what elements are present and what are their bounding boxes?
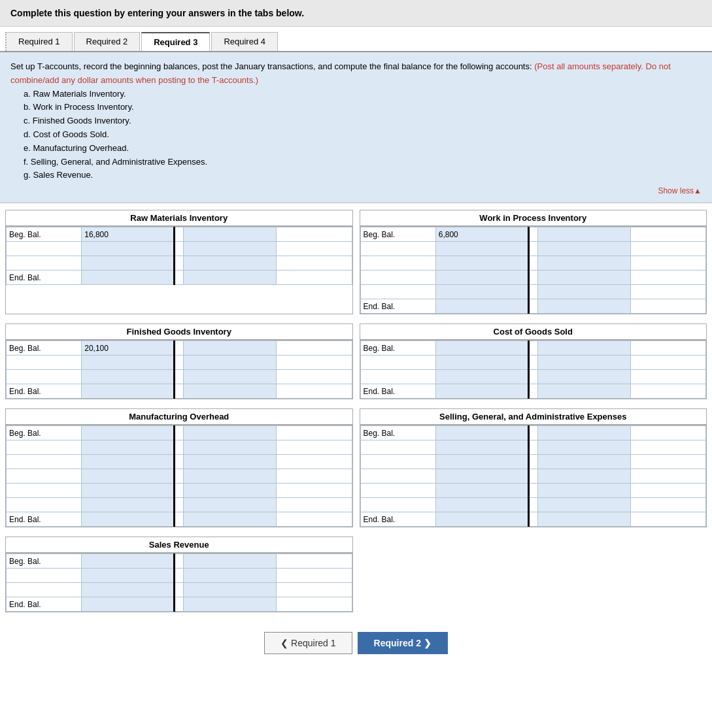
manufacturing-overhead-table: Beg. Bal.: [6, 425, 352, 527]
empty-right-space: [360, 537, 707, 615]
prev-button[interactable]: ❮ Required 1: [264, 632, 352, 654]
end-bal-label: End. Bal.: [7, 512, 82, 527]
beg-bal-label: Beg. Bal.: [360, 426, 435, 440]
table-row: [360, 271, 706, 285]
instructions-list: a. Raw Materials Inventory. b. Work in P…: [24, 88, 702, 183]
sg-and-a-account: Selling, General, and Administrative Exp…: [360, 408, 707, 527]
table-row: [360, 469, 706, 484]
tab-required3[interactable]: Required 3: [141, 32, 210, 51]
end-bal-label: End. Bal.: [360, 384, 435, 399]
beg-bal-credit[interactable]: [184, 227, 277, 242]
table-row: End. Bal.: [7, 271, 352, 285]
table-row: [7, 242, 352, 256]
finished-goods-title: Finished Goods Inventory: [6, 324, 352, 340]
table-row: Beg. Bal. 6,800: [360, 227, 706, 242]
beg-bal-label: Beg. Bal.: [7, 341, 82, 356]
finished-goods-account: Finished Goods Inventory Beg. Bal. 20,10…: [5, 323, 353, 399]
raw-materials-account: Raw Materials Inventory Beg. Bal. 16,800: [5, 210, 353, 314]
table-row: Beg. Bal.: [7, 426, 352, 440]
sales-revenue-table: Beg. Bal.: [6, 554, 352, 612]
sg-and-a-title: Selling, General, and Administrative Exp…: [360, 409, 707, 425]
beg-bal-right-label: [277, 227, 352, 242]
show-less-button[interactable]: Show less▲: [10, 185, 702, 197]
beg-bal-label: Beg. Bal.: [360, 341, 435, 356]
table-row: Beg. Bal.: [360, 426, 706, 440]
table-row: [7, 455, 352, 469]
work-in-process-title: Work in Process Inventory: [360, 210, 707, 227]
table-row: End. Bal.: [360, 299, 706, 314]
cost-of-goods-table: Beg. Bal.: [360, 340, 707, 399]
tab-required1[interactable]: Required 1: [5, 32, 73, 51]
table-row: [7, 256, 352, 271]
cost-of-goods-account: Cost of Goods Sold Beg. Bal.: [360, 323, 707, 399]
sales-revenue-title: Sales Revenue: [6, 537, 352, 554]
raw-materials-table: Beg. Bal. 16,800: [6, 227, 352, 285]
work-in-process-account: Work in Process Inventory Beg. Bal. 6,80…: [360, 210, 707, 314]
table-row: [360, 440, 706, 455]
table-row: [7, 569, 352, 583]
table-row: [7, 370, 352, 384]
cost-of-goods-title: Cost of Goods Sold: [360, 324, 707, 340]
instruction-text: Complete this question by entering your …: [10, 8, 304, 18]
tab-required2[interactable]: Required 2: [74, 32, 141, 51]
table-row: [360, 356, 706, 370]
table-row: [360, 498, 706, 512]
sg-and-a-table: Beg. Bal.: [360, 425, 707, 527]
instructions-box: Set up T-accounts, record the beginning …: [0, 52, 712, 203]
table-row: [7, 498, 352, 512]
beg-bal-debit[interactable]: 16,800: [82, 227, 175, 242]
beg-bal-label: Beg. Bal.: [360, 227, 435, 242]
table-row: [360, 256, 706, 271]
end-bal-debit[interactable]: [82, 271, 175, 285]
nav-buttons: ❮ Required 1 Required 2 ❯: [0, 624, 712, 662]
raw-materials-title: Raw Materials Inventory: [6, 210, 352, 227]
table-row: [7, 583, 352, 597]
table-row: [7, 484, 352, 498]
table-row: [7, 469, 352, 484]
beg-bal-label: Beg. Bal.: [7, 426, 82, 440]
table-row: [7, 356, 352, 370]
table-row: End. Bal.: [360, 512, 706, 527]
finished-goods-table: Beg. Bal. 20,100: [6, 340, 352, 399]
table-row: [7, 440, 352, 455]
work-in-process-table: Beg. Bal. 6,800: [360, 227, 707, 314]
end-bal-label: End. Bal.: [7, 597, 82, 612]
next-button[interactable]: Required 2 ❯: [358, 632, 448, 654]
t-divider: [175, 227, 184, 242]
end-bal-label: End. Bal.: [7, 271, 82, 285]
end-bal-label: End. Bal.: [7, 384, 82, 399]
beg-bal-debit[interactable]: 6,800: [435, 227, 528, 242]
manufacturing-overhead-title: Manufacturing Overhead: [6, 409, 352, 425]
table-row: End. Bal.: [360, 384, 706, 399]
beg-bal-label: Beg. Bal.: [7, 554, 82, 569]
beg-bal-label: Beg. Bal.: [7, 227, 82, 242]
table-row: Beg. Bal.: [360, 341, 706, 356]
end-bal-label: End. Bal.: [360, 299, 435, 314]
table-row: [360, 285, 706, 299]
table-row: [360, 455, 706, 469]
manufacturing-overhead-account: Manufacturing Overhead Beg. Bal.: [5, 408, 353, 527]
table-row: Beg. Bal. 16,800: [7, 227, 352, 242]
table-row: Beg. Bal. 20,100: [7, 341, 352, 356]
table-row: End. Bal.: [7, 597, 352, 612]
tabs-bar: Required 1 Required 2 Required 3 Require…: [0, 27, 712, 52]
table-row: [360, 370, 706, 384]
table-row: [360, 484, 706, 498]
main-content: Raw Materials Inventory Beg. Bal. 16,800: [0, 203, 712, 624]
table-row: End. Bal.: [7, 512, 352, 527]
tab-required4[interactable]: Required 4: [211, 32, 278, 51]
end-bal-label: End. Bal.: [360, 512, 435, 527]
table-row: End. Bal.: [7, 384, 352, 399]
sales-revenue-account: Sales Revenue Beg. Bal.: [5, 537, 353, 612]
table-row: [360, 242, 706, 256]
top-instruction: Complete this question by entering your …: [0, 0, 712, 27]
table-row: Beg. Bal.: [7, 554, 352, 569]
